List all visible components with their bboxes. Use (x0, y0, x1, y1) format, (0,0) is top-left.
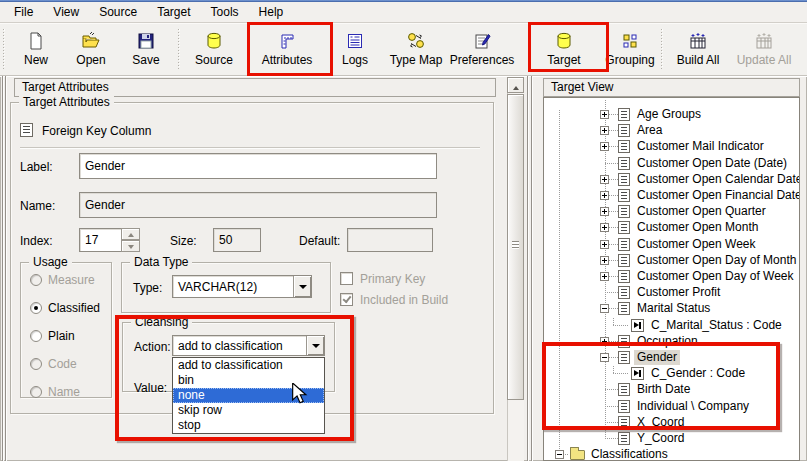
collapse-icon[interactable] (600, 353, 609, 362)
toolbar-button-open[interactable]: Open (68, 26, 114, 72)
toolbar-label: Type Map (390, 53, 443, 67)
tree-row[interactable]: Classifications (546, 447, 797, 461)
tree-row[interactable]: Occupation (546, 334, 797, 349)
tree-row[interactable]: Customer Open Day of Month (546, 253, 797, 268)
included-in-build-label: Included in Build (360, 293, 448, 307)
action-combobox[interactable]: add to classification (172, 335, 325, 356)
dropdown-option-add-to-classification[interactable]: add to classification (173, 358, 324, 373)
tree-row[interactable]: Customer Open Calendar Date (546, 172, 797, 187)
expand-icon[interactable] (600, 272, 609, 281)
menu-source[interactable]: Source (89, 2, 147, 22)
expand-icon[interactable] (600, 337, 609, 346)
expand-icon[interactable] (600, 256, 609, 265)
tree-row[interactable]: C_Marital_Status : Code (546, 318, 797, 333)
left-splitter-highlight (3, 76, 4, 461)
toolbar-button-logs[interactable]: Logs (333, 26, 377, 72)
tree-row[interactable]: Customer Open Day of Week (546, 269, 797, 284)
expand-icon[interactable] (600, 207, 609, 216)
usage-group-title: Usage (29, 255, 72, 269)
chevron-down-icon[interactable] (306, 336, 324, 355)
tree-row[interactable]: Customer Open Financial Date (546, 188, 797, 203)
toolbar-button-build-all[interactable]: Build All (669, 26, 727, 72)
default-input (347, 228, 433, 252)
tree-row[interactable]: X_Coord (546, 415, 797, 430)
toolbar-drag-handle[interactable] (3, 29, 6, 69)
tree-row[interactable]: Customer Mail Indicator (546, 139, 797, 154)
spinner-down-button[interactable] (121, 240, 140, 252)
name-caption: Name: (20, 199, 55, 213)
tree-connector (605, 389, 618, 390)
tree-label: Marital Status (634, 301, 713, 316)
toolbar-button-source[interactable]: Source (188, 26, 240, 72)
save-icon (136, 32, 156, 50)
tree-row[interactable]: Birth Date (546, 382, 797, 397)
dropdown-option-stop[interactable]: stop (173, 418, 324, 433)
foreign-key-column-icon (20, 123, 33, 137)
toolbar-button-save[interactable]: Save (124, 26, 168, 72)
tree-label: Customer Open Day of Week (634, 269, 797, 284)
tree-label: Customer Open Financial Date (634, 188, 800, 203)
toolbar-button-attributes[interactable]: Attributes (251, 26, 323, 72)
tree-row[interactable]: Customer Open Quarter (546, 204, 797, 219)
tree-label: Customer Open Date (Date) (634, 156, 790, 171)
menu-bar: File View Source Target Tools Help (0, 2, 807, 23)
tree-row[interactable]: C_Gender : Code (546, 366, 797, 381)
toolbar-button-target[interactable]: Target (533, 26, 595, 72)
right-panel-title: Target View (543, 78, 800, 97)
tree-label: Customer Mail Indicator (634, 139, 767, 154)
toolbar-label: Target (547, 53, 580, 67)
type-value: VARCHAR(12) (173, 280, 293, 294)
toolbar-button-preferences[interactable]: Preferences (449, 26, 515, 72)
tree-row[interactable]: Gender (546, 350, 797, 365)
tree-row[interactable]: Y_Coord (546, 431, 797, 446)
toolbar-drag-handle[interactable] (178, 29, 181, 69)
scrollbar-up-button[interactable] (507, 77, 524, 93)
tree-row[interactable]: Area (546, 123, 797, 138)
tree-label: Age Groups (634, 107, 704, 122)
menu-file[interactable]: File (4, 2, 43, 22)
label-input[interactable]: Gender (79, 153, 437, 179)
attribute-icon (618, 108, 630, 121)
expand-icon[interactable] (600, 223, 609, 232)
tree-label: Classifications (588, 447, 671, 461)
attribute-icon (618, 254, 630, 267)
toolbar-button-grouping[interactable]: Grouping (601, 26, 659, 72)
tree-row[interactable]: Customer Open Month (546, 220, 797, 235)
chevron-down-icon[interactable] (293, 276, 311, 297)
radio-classified[interactable] (30, 302, 42, 314)
tree-row[interactable]: Individual \ Company (546, 399, 797, 414)
scrollbar-thumb[interactable] (507, 94, 524, 400)
radio-plain[interactable] (30, 330, 42, 342)
expand-icon[interactable] (600, 240, 609, 249)
cleansing-group-title: Cleansing (131, 315, 192, 329)
collapse-icon[interactable] (600, 304, 609, 313)
menu-tools[interactable]: Tools (201, 2, 249, 22)
expand-icon[interactable] (600, 175, 609, 184)
toolbar-label: Build All (677, 53, 720, 67)
dropdown-option-skip-row[interactable]: skip row (173, 403, 324, 418)
tree-row[interactable]: Customer Open Date (Date) (546, 156, 797, 171)
attribute-icon (618, 238, 630, 251)
menu-view[interactable]: View (43, 2, 89, 22)
expand-icon[interactable] (600, 110, 609, 119)
menu-target[interactable]: Target (147, 2, 200, 22)
expand-icon[interactable] (600, 126, 609, 135)
index-input[interactable]: 17 (79, 228, 122, 252)
toolbar-button-new[interactable]: New (14, 26, 58, 72)
toolbar-button-type-map[interactable]: Type Map (387, 26, 445, 72)
radio-code (30, 358, 42, 370)
type-combobox[interactable]: VARCHAR(12) (172, 275, 312, 298)
toolbar-label: Open (76, 53, 105, 67)
radio-name-label: Name (48, 385, 80, 399)
collapse-icon[interactable] (555, 450, 564, 459)
tree-row[interactable]: Customer Profit (546, 285, 797, 300)
expand-icon[interactable] (600, 191, 609, 200)
tree-row[interactable]: Customer Open Week (546, 237, 797, 252)
toolbar-drag-handle[interactable] (661, 29, 664, 69)
tree-label: Area (634, 123, 665, 138)
expand-icon[interactable] (600, 142, 609, 151)
menu-help[interactable]: Help (249, 2, 294, 22)
spinner-up-button[interactable] (121, 228, 140, 240)
tree-row[interactable]: Marital Status (546, 301, 797, 316)
tree-row[interactable]: Age Groups (546, 107, 797, 122)
